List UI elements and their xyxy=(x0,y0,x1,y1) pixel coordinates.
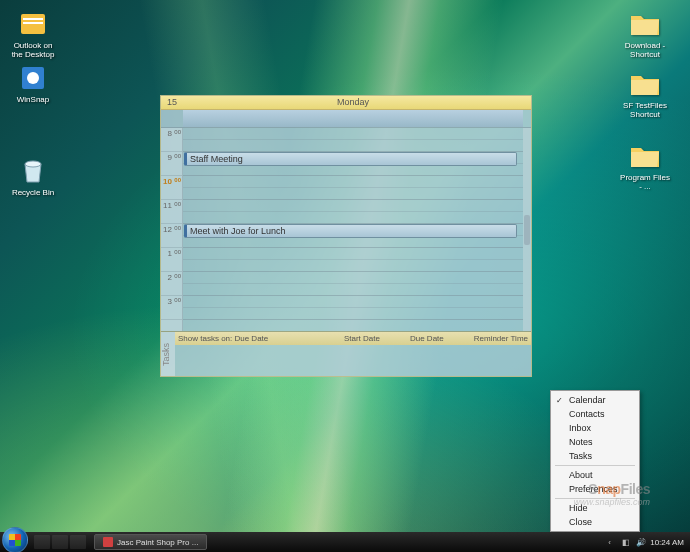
menu-item-notes[interactable]: Notes xyxy=(551,435,639,449)
calendar-day-name: Monday xyxy=(183,96,523,109)
scrollbar-thumb[interactable] xyxy=(524,215,530,245)
icon-label: Download - Shortcut xyxy=(620,42,670,60)
svg-rect-2 xyxy=(23,22,43,24)
calendar-allday-row[interactable] xyxy=(161,110,531,128)
tray-app-icon[interactable]: ◧ xyxy=(622,537,632,547)
icon-label: Recycle Bin xyxy=(8,189,58,198)
menu-item-tasks[interactable]: Tasks xyxy=(551,449,639,463)
winsnap-icon[interactable]: WinSnap xyxy=(8,62,58,105)
watermark: SnapFiles www.snapfiles.com xyxy=(573,481,650,507)
taskbar-app-button[interactable]: Jasc Paint Shop Pro ... xyxy=(94,534,207,550)
download-shortcut-icon[interactable]: Download - Shortcut xyxy=(620,8,670,60)
tasks-show-label: Show tasks on: Due Date xyxy=(178,334,314,343)
quick-launch xyxy=(34,535,86,549)
tray-context-menu: CalendarContactsInboxNotesTasksAboutPref… xyxy=(550,390,640,532)
tasks-section: Tasks Show tasks on: Due Date Start Date… xyxy=(161,331,531,376)
app-icon xyxy=(17,62,49,94)
quick-launch-item[interactable] xyxy=(52,535,68,549)
tasks-col-start: Start Date xyxy=(344,334,380,343)
icon-label: Outlook on the Desktop xyxy=(8,42,58,60)
system-tray: ‹ ◧ 🔊 10:24 AM xyxy=(608,537,690,547)
tasks-col-reminder: Reminder Time xyxy=(474,334,528,343)
sf-testfiles-icon[interactable]: SF TestFiles Shortcut xyxy=(620,68,670,120)
tasks-col-due: Due Date xyxy=(410,334,444,343)
volume-icon[interactable]: 🔊 xyxy=(636,537,646,547)
watermark-url: www.snapfiles.com xyxy=(573,497,650,507)
svg-point-4 xyxy=(27,72,39,84)
quick-launch-item[interactable] xyxy=(70,535,86,549)
folder-icon xyxy=(629,8,661,40)
calendar-time-column: 800900100011001200100200300 xyxy=(161,128,183,331)
folder-icon xyxy=(629,140,661,172)
icon-label: SF TestFiles Shortcut xyxy=(620,102,670,120)
calendar-appointment[interactable]: Staff Meeting xyxy=(184,152,517,166)
taskbar: Jasc Paint Shop Pro ... ‹ ◧ 🔊 10:24 AM xyxy=(0,532,690,552)
menu-item-about[interactable]: About xyxy=(551,468,639,482)
svg-point-5 xyxy=(25,161,41,167)
calendar-header: 15 Monday xyxy=(161,96,531,110)
tray-expand-icon[interactable]: ‹ xyxy=(608,537,618,547)
menu-item-inbox[interactable]: Inbox xyxy=(551,421,639,435)
menu-separator xyxy=(555,465,635,466)
menu-item-close[interactable]: Close xyxy=(551,515,639,529)
taskbar-app-label: Jasc Paint Shop Pro ... xyxy=(117,538,198,547)
app-icon xyxy=(103,537,113,547)
app-icon xyxy=(17,8,49,40)
taskbar-clock[interactable]: 10:24 AM xyxy=(650,538,684,547)
menu-item-calendar[interactable]: Calendar xyxy=(551,393,639,407)
icon-label: WinSnap xyxy=(8,96,58,105)
folder-icon xyxy=(629,68,661,100)
outlook-calendar-widget[interactable]: 15 Monday 800900100011001200100200300 St… xyxy=(160,95,532,377)
tasks-label: Tasks xyxy=(161,332,175,376)
quick-launch-item[interactable] xyxy=(34,535,50,549)
bin-icon xyxy=(17,155,49,187)
tasks-header[interactable]: Show tasks on: Due Date Start Date Due D… xyxy=(175,332,531,345)
watermark-logo: SnapFiles xyxy=(573,481,650,497)
calendar-event-column[interactable]: Staff MeetingMeet with Joe for Lunch xyxy=(183,128,523,331)
svg-rect-1 xyxy=(23,18,43,20)
menu-item-contacts[interactable]: Contacts xyxy=(551,407,639,421)
recycle-bin-icon[interactable]: Recycle Bin xyxy=(8,155,58,198)
start-button[interactable] xyxy=(2,527,28,552)
calendar-scrollbar[interactable] xyxy=(523,128,531,331)
outlook-desktop-icon[interactable]: Outlook on the Desktop xyxy=(8,8,58,60)
program-files-icon[interactable]: Program Files - ... xyxy=(620,140,670,192)
icon-label: Program Files - ... xyxy=(620,174,670,192)
calendar-date-number: 15 xyxy=(161,96,183,109)
calendar-appointment[interactable]: Meet with Joe for Lunch xyxy=(184,224,517,238)
